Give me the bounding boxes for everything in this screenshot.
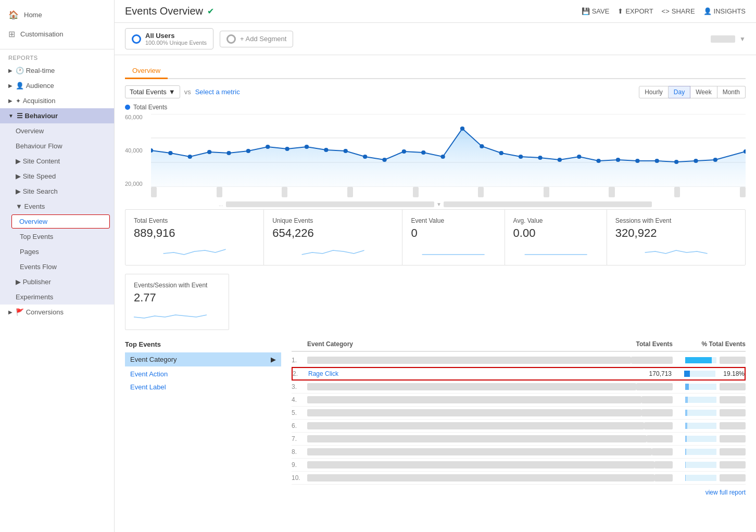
row-6-name[interactable] [307,422,644,429]
top-events-category-arrow: ▶ [271,356,276,363]
conversions-label: Conversions [26,308,64,316]
time-btn-day[interactable]: Day [669,86,690,98]
svg-point-15 [344,149,348,153]
row-10-name[interactable] [307,474,654,482]
svg-point-29 [616,158,620,162]
metric-sessions-label: Sessions with Event [615,217,737,224]
save-button[interactable]: 💾 SAVE [582,7,610,15]
save-label: SAVE [592,7,610,15]
row-2-pct-text: 19.18% [719,370,745,377]
sidebar-item-top-events[interactable]: Top Events [0,229,114,244]
publisher-arrow: ▶ [16,278,21,286]
sidebar-item-behaviour[interactable]: ▼ ☰ Behaviour [0,108,114,123]
sidebar-item-realtime[interactable]: ▶ 🕐 Real-time [0,63,114,78]
sidebar-item-site-speed[interactable]: ▶ Site Speed [0,169,114,184]
metric-dropdown-arrow: ▼ [169,88,175,96]
sidebar-item-acquisition[interactable]: ▶ ✦ Acquisition [0,93,114,108]
top-events-category-item[interactable]: Event Category ▶ [125,352,281,366]
row-7-total [647,435,673,442]
sidebar-item-behaviour-overview[interactable]: Overview [0,123,114,138]
row-7-name[interactable] [307,435,647,442]
metric-total-events-value: 889,916 [134,226,255,240]
row-5-num: 5. [292,409,307,416]
row-5-name[interactable] [307,409,641,416]
acquisition-label: Acquisition [23,97,56,105]
svg-point-20 [440,155,445,159]
time-btn-week[interactable]: Week [690,86,717,98]
metric-unique-events-value: 654,226 [272,226,394,240]
row-5-bar [685,410,716,416]
x-axis [151,187,746,197]
svg-point-10 [246,149,250,153]
metric-event-value: Event Value 0 [402,210,505,265]
view-full-report-link[interactable]: view full report [292,485,746,500]
add-segment-button[interactable]: + Add Segment [220,31,293,47]
content-area: Overview Total Events ▼ vs Select a metr… [115,55,756,509]
events-per-session-card: Events/Session with Event 2.77 [125,274,229,330]
site-search-label: Site Search [23,187,58,195]
svg-point-30 [635,159,639,163]
time-btn-month[interactable]: Month [717,86,746,98]
sidebar-item-events[interactable]: ▼ Events [0,199,114,214]
event-label-link[interactable]: Event Label [125,381,281,394]
sidebar-item-publisher[interactable]: ▶ Publisher [0,274,114,289]
sidebar-item-audience[interactable]: ▶ 👤 Audience [0,78,114,93]
sidebar-item-customisation[interactable]: ⊞ Customisation [0,24,114,44]
export-button[interactable]: ⬆ EXPORT [618,7,653,15]
sidebar-item-events-overview[interactable]: Overview [11,214,110,229]
tab-overview[interactable]: Overview [125,64,168,79]
row-8-num: 8. [292,448,307,455]
sidebar-item-home[interactable]: 🏠 Home [0,5,114,24]
audience-arrow: ▶ [8,83,12,88]
row-1-bar [685,357,716,363]
svg-point-34 [713,158,717,162]
segments-bar: All Users 100.00% Unique Events + Add Se… [115,23,756,55]
sidebar-item-pages[interactable]: Pages [0,244,114,259]
all-users-label: All Users [145,32,207,40]
account-dropdown-icon[interactable]: ▼ [739,35,746,43]
y-label-60k: 60,000 [125,114,151,120]
table-row: 8. [292,446,746,459]
customisation-icon: ⊞ [8,29,15,39]
sidebar-item-conversions[interactable]: ▶ 🚩 Conversions [0,305,114,320]
event-action-link[interactable]: Event Action [125,368,281,381]
all-users-segment[interactable]: All Users 100.00% Unique Events [125,28,213,49]
metric-sessions-with-event: Sessions with Event 320,922 [607,210,745,265]
share-button[interactable]: <> SHARE [662,7,695,15]
sidebar-item-site-search[interactable]: ▶ Site Search [0,184,114,199]
table-row: 6. [292,420,746,433]
sidebar-item-behaviour-flow[interactable]: Behaviour Flow [0,138,114,154]
verified-icon: ✔ [207,6,214,16]
select-metric-link[interactable]: Select a metric [195,88,240,96]
sidebar-item-events-flow[interactable]: Events Flow [0,259,114,274]
col-pct-header: % Total Events [673,340,746,348]
acquisition-arrow: ▶ [8,98,12,104]
row-2-bar [684,371,715,377]
acquisition-icon: ✦ [16,97,21,105]
svg-point-32 [674,160,678,164]
all-users-sub: 100.00% Unique Events [145,40,207,46]
audience-label: Audience [26,82,54,90]
svg-point-23 [499,151,503,155]
row-2-name[interactable]: Rage Click [308,370,609,377]
svg-point-18 [402,149,406,154]
sidebar-item-experiments[interactable]: Experiments [0,289,114,305]
sidebar-item-site-content[interactable]: ▶ Site Content [0,154,114,169]
row-3-name[interactable] [307,383,636,390]
events-overview-label: Overview [19,218,47,225]
time-btn-hourly[interactable]: Hourly [639,86,669,98]
row-1-num: 1. [292,357,307,364]
svg-point-12 [285,147,289,151]
row-4-name[interactable] [307,396,641,403]
row-1-pct [673,357,746,364]
publisher-label: Publisher [23,278,51,286]
insights-button[interactable]: 👤 INSIGHTS [703,7,746,15]
metric-dropdown[interactable]: Total Events ▼ [125,85,180,98]
row-1-name[interactable] [307,357,631,364]
site-content-label: Site Content [23,157,60,165]
table-row: 9. [292,459,746,472]
row-8-name[interactable] [307,448,652,455]
svg-point-14 [324,148,328,152]
row-9-name[interactable] [307,461,654,468]
metric-dropdown-label: Total Events [130,88,167,96]
